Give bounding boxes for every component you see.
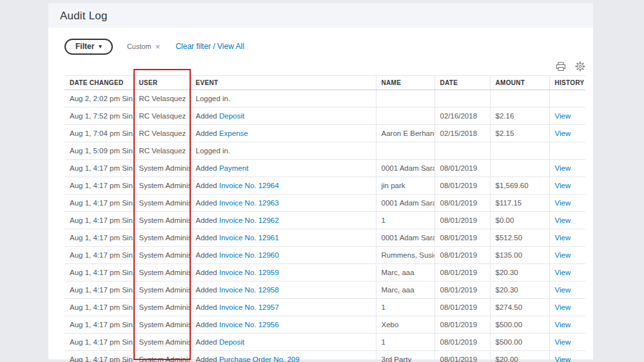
cell-date-changed: Aug 1, 4:17 pm Sin... [64, 351, 133, 362]
cell-name: 0001 Adam Sara... [376, 160, 434, 177]
cell-date: 08/01/2019 [434, 212, 490, 229]
event-link[interactable]: Invoice No. 12962 [219, 216, 279, 224]
cell-date: 02/16/2018 [434, 108, 490, 125]
event-link[interactable]: Payment [219, 164, 248, 172]
cell-amount: $1,569.60 [490, 177, 549, 195]
event-text: Added [196, 216, 219, 224]
event-link[interactable]: Invoice No. 12963 [219, 199, 279, 207]
history-view-link[interactable]: View [555, 251, 571, 259]
cell-history: View [549, 264, 585, 281]
cell-history [549, 90, 585, 108]
filter-button[interactable]: Filter ▾ [64, 39, 113, 55]
cell-amount: $274.50 [490, 299, 549, 316]
column-header-date-changed[interactable]: DATE CHANGED [64, 76, 133, 90]
history-view-link[interactable]: View [555, 286, 571, 294]
audit-table-body: Aug 2, 2:02 pm Sin...RC VelasquezLogged … [64, 90, 585, 362]
event-link[interactable]: Deposit [219, 112, 244, 120]
cell-history: View [549, 351, 585, 362]
cell-date: 08/01/2019 [434, 160, 490, 177]
cell-user: System Administ... [133, 229, 190, 247]
history-view-link[interactable]: View [555, 129, 571, 137]
table-row: Aug 1, 4:17 pm Sin...System Administ...A… [64, 351, 585, 362]
cell-name: Xebo [376, 316, 434, 334]
history-view-link[interactable]: View [555, 112, 571, 120]
history-view-link[interactable]: View [555, 216, 571, 224]
cell-name: 0001 Adam Sara... [376, 195, 434, 212]
cell-amount: $20.30 [490, 281, 549, 299]
event-link[interactable]: Invoice No. 12964 [219, 182, 279, 189]
event-text: Added [196, 129, 219, 137]
event-text: Added [196, 321, 219, 329]
event-link[interactable]: Invoice No. 12959 [219, 269, 279, 276]
history-view-link[interactable]: View [555, 356, 571, 362]
cell-amount [490, 90, 549, 108]
event-link[interactable]: Expense [219, 129, 248, 137]
event-text: Logged in. [196, 147, 231, 155]
cell-event: Added Invoice No. 12961 [190, 229, 376, 247]
cell-history: View [549, 229, 585, 247]
cell-event: Added Invoice No. 12964 [190, 177, 376, 195]
cell-history: View [549, 160, 585, 177]
cell-user: System Administ... [133, 281, 190, 299]
cell-user: System Administ... [133, 316, 190, 334]
column-header-date[interactable]: DATE [434, 76, 490, 90]
event-link[interactable]: Invoice No. 12958 [219, 286, 279, 294]
history-view-link[interactable]: View [555, 182, 571, 189]
cell-date-changed: Aug 1, 4:17 pm Sin... [64, 160, 133, 177]
cell-user: System Administ... [133, 334, 190, 351]
cell-amount [490, 160, 549, 177]
cell-date: 08/01/2019 [434, 264, 490, 281]
history-view-link[interactable]: View [555, 338, 571, 346]
cell-date-changed: Aug 1, 7:52 pm Sin... [64, 108, 133, 125]
cell-date: 08/01/2019 [434, 281, 490, 299]
event-link[interactable]: Invoice No. 12957 [219, 303, 279, 311]
cell-name [376, 142, 434, 160]
cell-history: View [549, 108, 585, 125]
event-text: Added [196, 251, 219, 259]
history-view-link[interactable]: View [555, 303, 571, 311]
cell-user: RC Velasquez [133, 142, 190, 160]
cell-event: Added Invoice No. 12960 [190, 247, 376, 264]
cell-date-changed: Aug 1, 4:17 pm Sin... [64, 229, 133, 247]
history-view-link[interactable]: View [555, 164, 571, 172]
event-text: Added [196, 303, 219, 311]
filter-chip-label: Custom [127, 43, 151, 50]
column-header-amount[interactable]: AMOUNT [490, 76, 549, 90]
column-header-user[interactable]: USER [133, 76, 190, 90]
history-view-link[interactable]: View [555, 321, 571, 329]
history-view-link[interactable]: View [555, 199, 571, 207]
event-link[interactable]: Invoice No. 12960 [219, 251, 279, 259]
cell-date: 08/01/2019 [434, 351, 490, 362]
cell-history: View [549, 316, 585, 334]
filter-button-label: Filter [75, 42, 94, 51]
cell-history: View [549, 212, 585, 229]
event-link[interactable]: Purchase Order No. 209 [219, 356, 300, 362]
cell-user: System Administ... [133, 212, 190, 229]
print-icon[interactable] [556, 62, 566, 71]
close-icon[interactable]: × [155, 43, 161, 51]
event-link[interactable]: Deposit [219, 338, 244, 346]
column-header-name[interactable]: NAME [376, 76, 434, 90]
clear-filter-link[interactable]: Clear filter / View All [175, 42, 244, 51]
event-link[interactable]: Invoice No. 12956 [219, 321, 279, 329]
cell-name [376, 90, 434, 108]
cell-date-changed: Aug 1, 4:17 pm Sin... [64, 247, 133, 264]
gear-icon[interactable] [575, 61, 585, 71]
event-link[interactable]: Invoice No. 12961 [219, 234, 279, 242]
cell-event: Added Deposit [190, 334, 376, 351]
history-view-link[interactable]: View [555, 234, 571, 242]
table-row: Aug 1, 4:17 pm Sin...System Administ...A… [64, 160, 585, 177]
column-header-event[interactable]: EVENT [190, 76, 376, 90]
cell-user: System Administ... [133, 247, 190, 264]
cell-name: Marc, aaa [376, 281, 434, 299]
cell-date-changed: Aug 1, 4:17 pm Sin... [64, 281, 133, 299]
history-view-link[interactable]: View [555, 269, 571, 276]
table-row: Aug 1, 5:09 pm Sin...RC VelasquezLogged … [64, 142, 585, 160]
event-text: Added [196, 182, 219, 189]
table-row: Aug 1, 4:17 pm Sin...System Administ...A… [64, 299, 585, 316]
cell-date-changed: Aug 1, 4:17 pm Sin... [64, 195, 133, 212]
cell-name: jin park [376, 177, 434, 195]
column-header-history[interactable]: HISTORY [549, 76, 585, 90]
cell-name: Aaron E Berhanu1 [376, 125, 434, 142]
cell-amount: $2.15 [490, 125, 549, 142]
